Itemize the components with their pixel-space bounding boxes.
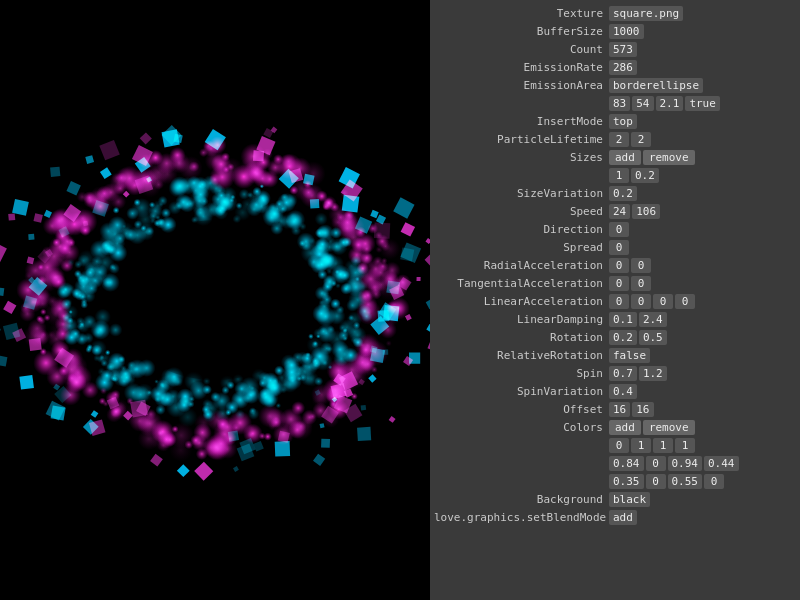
value-box[interactable]: 0 xyxy=(675,294,695,309)
value-box[interactable]: add xyxy=(609,510,637,525)
value-box[interactable]: 0.2 xyxy=(609,186,637,201)
value-box[interactable]: 0 xyxy=(704,474,724,489)
prop-row: TangentialAcceleration00 xyxy=(430,274,800,292)
value-box[interactable]: 1 xyxy=(631,438,651,453)
value-box[interactable]: square.png xyxy=(609,6,683,21)
prop-row: SizeVariation0.2 xyxy=(430,184,800,202)
btn-add[interactable]: add xyxy=(609,150,641,165)
value-box[interactable]: 24 xyxy=(609,204,630,219)
prop-values: 0.2 xyxy=(609,186,637,201)
prop-label: Direction xyxy=(434,223,609,236)
btn-remove[interactable]: remove xyxy=(643,150,695,165)
value-box[interactable]: 2.1 xyxy=(656,96,684,111)
particle-canvas-area xyxy=(0,0,430,600)
prop-label: Count xyxy=(434,43,609,56)
value-box[interactable]: 0 xyxy=(653,294,673,309)
value-box[interactable]: 286 xyxy=(609,60,637,75)
value-box[interactable]: 83 xyxy=(609,96,630,111)
value-box[interactable]: black xyxy=(609,492,650,507)
value-box[interactable]: 0.2 xyxy=(609,330,637,345)
value-box[interactable]: 16 xyxy=(609,402,630,417)
prop-row: 0.3500.550 xyxy=(430,472,800,490)
prop-values: add xyxy=(609,510,637,525)
prop-label: EmissionRate xyxy=(434,61,609,74)
prop-values: 286 xyxy=(609,60,637,75)
value-box[interactable]: 1000 xyxy=(609,24,644,39)
value-box[interactable]: 0 xyxy=(646,456,666,471)
prop-row: Direction0 xyxy=(430,220,800,238)
prop-row: 0.8400.940.44 xyxy=(430,454,800,472)
value-box[interactable]: 0.5 xyxy=(639,330,667,345)
value-box[interactable]: 0 xyxy=(631,276,651,291)
prop-label: Rotation xyxy=(434,331,609,344)
prop-values: 0 xyxy=(609,240,629,255)
prop-label: SizeVariation xyxy=(434,187,609,200)
value-box[interactable]: 2 xyxy=(631,132,651,147)
prop-values: 00 xyxy=(609,258,651,273)
btn-remove[interactable]: remove xyxy=(643,420,695,435)
value-box[interactable]: 0 xyxy=(609,438,629,453)
properties-panel: Texturesquare.pngBufferSize1000Count573E… xyxy=(430,0,800,600)
prop-values: square.png xyxy=(609,6,683,21)
value-box[interactable]: 0 xyxy=(631,258,651,273)
prop-label: Sizes xyxy=(434,151,609,164)
value-box[interactable]: 0 xyxy=(609,276,629,291)
value-box[interactable]: true xyxy=(685,96,720,111)
prop-row: LinearDamping0.12.4 xyxy=(430,310,800,328)
prop-row: InsertModetop xyxy=(430,112,800,130)
prop-label: LinearDamping xyxy=(434,313,609,326)
prop-label: LinearAcceleration xyxy=(434,295,609,308)
value-box[interactable]: 0 xyxy=(609,240,629,255)
value-box[interactable]: 0.44 xyxy=(704,456,739,471)
value-box[interactable]: 0 xyxy=(609,294,629,309)
prop-values: 0.20.5 xyxy=(609,330,667,345)
prop-row: Backgroundblack xyxy=(430,490,800,508)
value-box[interactable]: 1 xyxy=(675,438,695,453)
value-box[interactable]: 1 xyxy=(653,438,673,453)
value-box[interactable]: borderellipse xyxy=(609,78,703,93)
prop-values: addremove xyxy=(609,150,695,165)
value-box[interactable]: 0.94 xyxy=(668,456,703,471)
value-box[interactable]: 0 xyxy=(609,258,629,273)
prop-label: BufferSize xyxy=(434,25,609,38)
prop-values: 1616 xyxy=(609,402,654,417)
value-box[interactable]: 0 xyxy=(646,474,666,489)
prop-values: 0 xyxy=(609,222,629,237)
particle-canvas xyxy=(0,0,430,600)
prop-label: RadialAcceleration xyxy=(434,259,609,272)
value-box[interactable]: 0 xyxy=(609,222,629,237)
value-box[interactable]: 0 xyxy=(631,294,651,309)
prop-values: false xyxy=(609,348,650,363)
prop-row: Offset1616 xyxy=(430,400,800,418)
prop-label: Speed xyxy=(434,205,609,218)
value-box[interactable]: 0.7 xyxy=(609,366,637,381)
prop-values: 0.4 xyxy=(609,384,637,399)
value-box[interactable]: 2.4 xyxy=(639,312,667,327)
prop-label: InsertMode xyxy=(434,115,609,128)
value-box[interactable]: false xyxy=(609,348,650,363)
prop-row: LinearAcceleration0000 xyxy=(430,292,800,310)
value-box[interactable]: 0.84 xyxy=(609,456,644,471)
value-box[interactable]: 0.35 xyxy=(609,474,644,489)
prop-values: 573 xyxy=(609,42,637,57)
prop-values: 0.3500.550 xyxy=(609,474,724,489)
value-box[interactable]: 1 xyxy=(609,168,629,183)
value-box[interactable]: 16 xyxy=(632,402,653,417)
value-box[interactable]: top xyxy=(609,114,637,129)
value-box[interactable]: 0.2 xyxy=(631,168,659,183)
prop-row: EmissionAreaborderellipse xyxy=(430,76,800,94)
value-box[interactable]: 1.2 xyxy=(639,366,667,381)
value-box[interactable]: 0.4 xyxy=(609,384,637,399)
prop-label: Colors xyxy=(434,421,609,434)
prop-values: black xyxy=(609,492,650,507)
prop-row: SpinVariation0.4 xyxy=(430,382,800,400)
btn-add[interactable]: add xyxy=(609,420,641,435)
value-box[interactable]: 0.55 xyxy=(668,474,703,489)
prop-label: Spin xyxy=(434,367,609,380)
value-box[interactable]: 0.1 xyxy=(609,312,637,327)
prop-values: 22 xyxy=(609,132,651,147)
value-box[interactable]: 54 xyxy=(632,96,653,111)
value-box[interactable]: 106 xyxy=(632,204,660,219)
value-box[interactable]: 2 xyxy=(609,132,629,147)
value-box[interactable]: 573 xyxy=(609,42,637,57)
